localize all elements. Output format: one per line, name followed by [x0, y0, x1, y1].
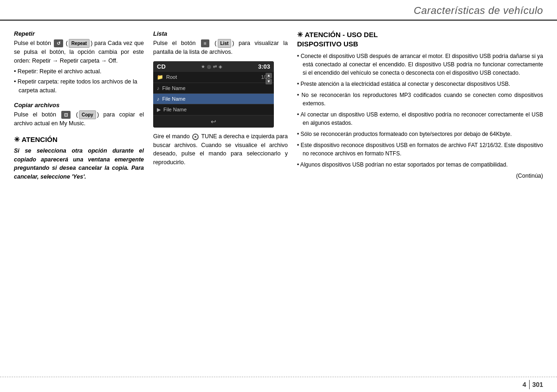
usb-bullet-5: • Sólo se reconocerán productos formatea… [297, 130, 543, 138]
usb-title-line2: DISPOSITIVO USB [297, 40, 358, 48]
cd-row-1: ♪ File Name [153, 83, 274, 94]
section-lista-title: Lista [153, 30, 288, 37]
tune-icon [192, 134, 199, 140]
usb-bullet-4: • Al conectar un dispositivo USB externo… [297, 110, 543, 127]
copy-btn: Copy [79, 110, 96, 119]
tune-label: TUNE [201, 133, 217, 140]
section-copiar-body: Pulse el botón ⊡ (Copy) para copiar el a… [14, 110, 144, 128]
usb-bullets: • Conecte el dispositivo USB después de … [297, 52, 543, 169]
scroll-up-btn[interactable]: ▲ [266, 73, 272, 78]
cd-screen: CD ★ ◎ ⇄ ◈ 3:03 📁 Root 1/33 ▲ ▼ ♪ [153, 61, 274, 128]
copy-icon-btn: ⊡ [61, 111, 71, 119]
cd-topbar: CD ★ ◎ ⇄ ◈ 3:03 [153, 61, 274, 72]
cd-icons: ★ ◎ ⇄ ◈ [201, 64, 222, 69]
footer-divider [529, 380, 530, 389]
section-repetir: Repetir Pulse el botón ↺ (Repeat) para C… [14, 30, 144, 95]
section-repetir-body: Pulse el botón ↺ (Repeat) para Cada vez … [14, 39, 144, 65]
usb-bullet-7: • Algunos dispositivos USB podrían no es… [297, 161, 543, 169]
usb-section-title: ✳ ATENCIÓN - USO DEL DISPOSITIVO USB [297, 30, 543, 48]
cd-bottom: ↩ [153, 116, 274, 128]
column-left: Repetir Pulse el botón ↺ (Repeat) para C… [14, 30, 144, 357]
attn-title: ✳ ATENCIÓN [14, 135, 144, 144]
usb-title-line1: ✳ ATENCIÓN - USO DEL [297, 31, 378, 39]
copiar-text1: Pulse el botón [14, 111, 56, 118]
header-title: Características de vehículo [414, 5, 543, 17]
repeat-icon: ↺ [54, 39, 63, 47]
music-icon-1: ♪ [157, 85, 160, 91]
list-icon-btn: ≡ [201, 39, 209, 47]
cd-icon4: ◈ [219, 64, 222, 69]
column-right: ✳ ATENCIÓN - USO DEL DISPOSITIVO USB • C… [297, 30, 543, 357]
bullet-repetir-1: • Repetir: Repite el archivo actual. [14, 67, 144, 76]
cd-row-2: ♪ File Name [153, 94, 274, 104]
footer-section: 4 [523, 381, 526, 388]
repetir-text1: Pulse el botón [14, 40, 51, 46]
tune-description: Gire el mando TUNE a derecha e izquierda… [153, 132, 288, 167]
attention-box: ✳ ATENCIÓN Si se selecciona otra opción … [14, 135, 144, 181]
footer-page: 301 [532, 381, 543, 388]
repeat-btn: Repeat [69, 39, 90, 48]
section-lista: Lista Pulse el botón ≡ (List) para visua… [153, 30, 288, 57]
folder-icon: 📁 [157, 74, 163, 80]
cd-icon3: ⇄ [213, 64, 217, 69]
usb-bullet-6: • Este dispositivo reconoce dispositivos… [297, 141, 543, 158]
section-copiar-title: Copiar archivos [14, 102, 144, 109]
bullet-repetir-2: • Repetir carpeta: repite todos los arch… [14, 77, 144, 95]
list-btn: List [218, 39, 232, 48]
back-icon: ↩ [211, 118, 216, 125]
cd-icon2: ◎ [207, 64, 211, 69]
tune-text1: Gire el mando [153, 133, 190, 140]
usb-bullet-3: • No se reconocerán los reproductores MP… [297, 91, 543, 108]
cd-row-3: ▶ File Name [153, 104, 274, 116]
cd-icon1: ★ [201, 64, 205, 69]
cd-time: 3:03 [258, 63, 270, 70]
cd-row-root: 📁 Root 1/33 ▲ ▼ [153, 72, 274, 83]
continua-text: (Continúa) [297, 173, 543, 179]
page-header: Características de vehículo [0, 0, 557, 21]
music-icon-2: ♪ [157, 96, 160, 102]
lista-text1: Pulse el botón [153, 40, 195, 46]
section-repetir-title: Repetir [14, 30, 144, 37]
usb-bullet-1: • Conecte el dispositivo USB después de … [297, 52, 543, 77]
root-label: Root [166, 74, 261, 80]
section-copiar: Copiar archivos Pulse el botón ⊡ (Copy) … [14, 102, 144, 128]
file-name-3: File Name [163, 107, 270, 112]
page-footer: 4 301 [0, 377, 557, 392]
main-content: Repetir Pulse el botón ↺ (Repeat) para C… [0, 21, 557, 366]
section-lista-body: Pulse el botón ≡ (List) para visualizar … [153, 39, 288, 57]
file-name-2: File Name [162, 96, 271, 102]
usb-bullet-2: • Preste atención a la electricidad está… [297, 80, 543, 88]
cd-label: CD [157, 63, 166, 70]
attn-body: Si se selecciona otra opción durante el … [14, 147, 144, 181]
file-name-1: File Name [162, 85, 271, 91]
play-icon: ▶ [157, 107, 161, 113]
column-middle: Lista Pulse el botón ≡ (List) para visua… [153, 30, 288, 357]
